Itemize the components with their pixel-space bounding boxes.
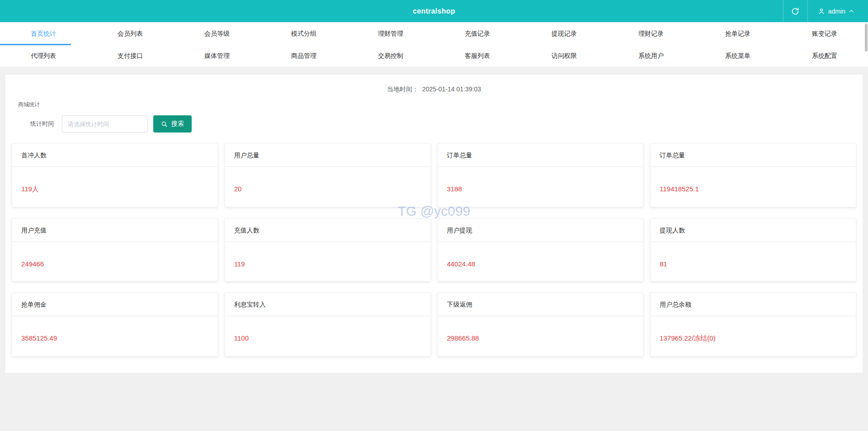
- tab-service-list[interactable]: 客服列表: [434, 45, 521, 67]
- tab-mode-group[interactable]: 模式分组: [260, 22, 347, 45]
- stat-card-title: 订单总量: [651, 144, 856, 167]
- stat-card-value: 137965.22/冻结(0): [651, 316, 856, 356]
- stat-card-value: 119人: [12, 167, 217, 207]
- tab-system-user[interactable]: 系统用户: [608, 45, 694, 67]
- stat-card-interest-transfer: 利息宝转入 1100: [225, 293, 431, 356]
- stat-card-grab-commission: 抢单佣金 3585125.49: [12, 293, 218, 356]
- search-button-label: 搜索: [171, 120, 184, 128]
- stat-card-title: 下级返佣: [438, 293, 643, 316]
- stat-card-user-recharge: 用户充值 249466: [12, 218, 218, 281]
- stat-card-total-orders: 订单总量 3188: [438, 143, 644, 207]
- user-icon: [818, 8, 825, 15]
- stat-card-user-withdraw: 用户提现 44024.48: [438, 218, 644, 281]
- stat-card-value: 44024.48: [438, 242, 643, 281]
- tab-member-list[interactable]: 会员列表: [87, 22, 174, 45]
- app-header: centralshop admin: [0, 0, 868, 22]
- tab-withdraw-records[interactable]: 提现记录: [521, 22, 608, 45]
- stat-card-total-users: 用户总量 20: [225, 143, 431, 207]
- search-icon: [161, 121, 168, 128]
- tab-finance-manage[interactable]: 理财管理: [347, 22, 434, 45]
- refresh-icon: [791, 7, 799, 15]
- local-time-label: 当地时间：: [387, 85, 419, 93]
- stat-card-value: 249466: [12, 242, 217, 281]
- stat-card-title: 用户总余额: [651, 293, 856, 316]
- stat-card-title: 订单总量: [438, 144, 643, 167]
- user-menu[interactable]: admin: [807, 0, 868, 22]
- chevron-up-icon: [849, 8, 854, 14]
- content-panel: 当地时间：2025-01-14 01:39:03 商城统计 统计时间 搜索 首冲…: [5, 75, 863, 373]
- stat-card-user-total-balance: 用户总余额 137965.22/冻结(0): [650, 293, 856, 356]
- stat-time-input[interactable]: [62, 115, 148, 133]
- local-time: 当地时间：2025-01-14 01:39:03: [5, 75, 863, 94]
- tab-recharge-records[interactable]: 充值记录: [434, 22, 521, 45]
- stat-card-subordinate-rebate: 下级返佣 298665.88: [438, 293, 644, 356]
- stat-card-title: 提现人数: [651, 219, 856, 242]
- tab-access-permission[interactable]: 访问权限: [521, 45, 608, 67]
- stat-card-value: 3188: [438, 167, 643, 206]
- stat-card-value: 81: [651, 242, 856, 281]
- nav-row-1: 首页统计 会员列表 会员等级 模式分组 理财管理 充值记录 提现记录 理财记录 …: [0, 22, 868, 45]
- stats-grid: 首冲人数 119人 用户总量 20 订单总量 3188 订单总量 1194185…: [12, 143, 856, 356]
- stat-card-title: 用户提现: [438, 219, 643, 242]
- stat-card-total-order-amount: 订单总量 119418525.1: [650, 143, 856, 207]
- stat-card-title: 首冲人数: [12, 144, 217, 167]
- tab-account-change-records[interactable]: 账变记录: [781, 22, 868, 45]
- tab-trade-control[interactable]: 交易控制: [347, 45, 434, 67]
- tab-product-manage[interactable]: 商品管理: [260, 45, 347, 67]
- tab-payment-api[interactable]: 支付接口: [87, 45, 174, 67]
- main-nav: 首页统计 会员列表 会员等级 模式分组 理财管理 充值记录 提现记录 理财记录 …: [0, 22, 868, 67]
- tab-system-menu[interactable]: 系统菜单: [694, 45, 781, 67]
- stat-card-title: 用户总量: [225, 144, 430, 167]
- stat-card-value: 119418525.1: [651, 167, 856, 206]
- tab-agent-list[interactable]: 代理列表: [0, 45, 87, 67]
- stat-card-value: 1100: [225, 316, 430, 355]
- tab-grab-order-records[interactable]: 抢单记录: [694, 22, 781, 45]
- header-controls: admin: [783, 0, 868, 22]
- search-button[interactable]: 搜索: [153, 115, 192, 133]
- app-title: centralshop: [0, 7, 868, 15]
- tab-home-stats[interactable]: 首页统计: [0, 22, 87, 45]
- stat-card-title: 抢单佣金: [12, 293, 217, 316]
- tab-system-config[interactable]: 系统配置: [781, 45, 868, 67]
- stat-card-first-recharge-users: 首冲人数 119人: [12, 143, 218, 207]
- tab-member-level[interactable]: 会员等级: [174, 22, 260, 45]
- section-title: 商城统计: [18, 101, 863, 109]
- stat-card-value: 20: [225, 167, 430, 206]
- tab-media-manage[interactable]: 媒体管理: [174, 45, 260, 67]
- stat-card-value: 119: [225, 242, 430, 281]
- stat-card-value: 3585125.49: [12, 316, 217, 355]
- stat-card-title: 用户充值: [12, 219, 217, 242]
- stat-card-withdraw-users: 提现人数 81: [650, 218, 856, 281]
- stat-card-title: 利息宝转入: [225, 293, 430, 316]
- refresh-button[interactable]: [783, 0, 807, 22]
- filter-bar: 统计时间 搜索: [30, 115, 863, 133]
- local-time-value: 2025-01-14 01:39:03: [422, 85, 481, 93]
- stat-card-value: 298665.88: [438, 316, 643, 355]
- tab-finance-records[interactable]: 理财记录: [608, 22, 694, 45]
- nav-row-2: 代理列表 支付接口 媒体管理 商品管理 交易控制 客服列表 访问权限 系统用户 …: [0, 45, 868, 67]
- stat-card-recharge-users: 充值人数 119: [225, 218, 431, 281]
- username: admin: [828, 8, 845, 15]
- stat-card-title: 充值人数: [225, 219, 430, 242]
- vertical-scrollbar[interactable]: [865, 24, 868, 52]
- filter-label: 统计时间: [30, 120, 54, 128]
